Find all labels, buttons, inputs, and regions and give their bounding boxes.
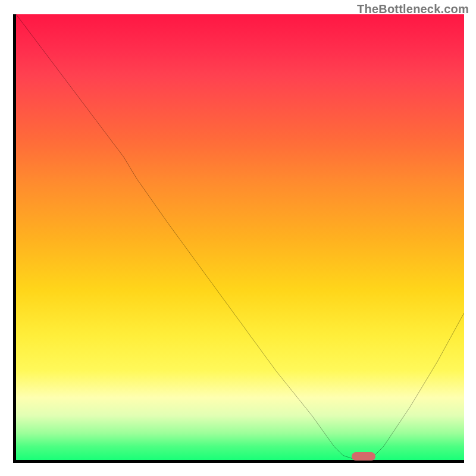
chart-axes-frame — [13, 14, 464, 463]
bottleneck-curve — [16, 14, 464, 460]
optimal-point-marker — [352, 452, 375, 461]
